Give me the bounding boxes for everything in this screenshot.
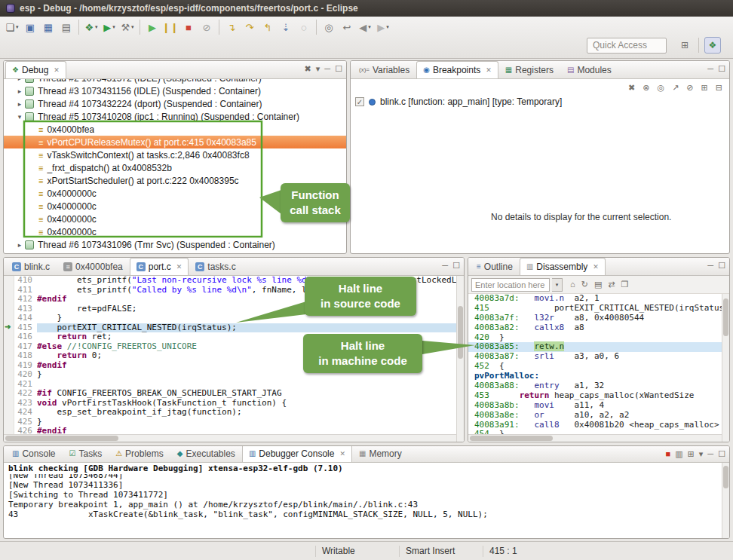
forward-button[interactable]: ▶▾ — [375, 19, 391, 35]
code-line[interactable]: 423void vPortFirstTaskHook(TaskFunction_… — [4, 399, 464, 409]
code-line[interactable]: 415 portEXIT_CRITICAL_NESTED(irqStatus); — [4, 323, 464, 333]
skip-all-breakpoints-button[interactable]: ⊘ — [685, 83, 694, 93]
remove-all-terminated-button[interactable]: ✖ — [305, 65, 311, 73]
minimize-button[interactable]: ─ — [707, 262, 713, 270]
stack-frame-row[interactable]: ≡xPortStartScheduler() at port.c:222 0x4… — [4, 174, 346, 187]
code-line[interactable]: 420} — [4, 370, 464, 380]
breakpoint-row[interactable]: ✓blink.c [function: app_main] [type: Tem… — [351, 96, 729, 108]
code-line[interactable]: 424 esp_set_breakpoint_if_jtag(function)… — [4, 408, 464, 418]
close-icon[interactable]: ✕ — [486, 66, 492, 74]
close-icon[interactable]: ✕ — [176, 263, 182, 271]
quick-access-input[interactable]: Quick Access — [587, 38, 667, 54]
run-button[interactable]: ▶▾ — [101, 19, 118, 35]
annotation-ruler[interactable] — [4, 276, 14, 436]
skip-all-breakpoints-button[interactable]: ◌ — [296, 19, 312, 35]
code-line[interactable]: 425} — [4, 418, 464, 427]
tab-modules[interactable]: ▤ Modules — [560, 61, 618, 78]
code-line[interactable]: 411 ets_printf("Called by %s line %d\n",… — [4, 286, 464, 295]
tab-disassembly[interactable]: ▥ Disassembly ✕ — [520, 258, 606, 275]
stack-frame-row[interactable]: ≡0x4000000c — [4, 200, 346, 213]
location-input[interactable]: Enter location here — [471, 278, 550, 292]
resume-button[interactable]: ▶ — [144, 19, 161, 35]
scrollbar-thumb[interactable] — [458, 306, 463, 359]
location-dropdown-button[interactable]: ▾ — [552, 278, 563, 292]
expander-closed-icon[interactable]: ▸ — [14, 87, 25, 95]
tab-debug[interactable]: ❖ Debug ✕ — [5, 61, 66, 78]
code-line[interactable]: 418 return 0; — [4, 351, 464, 361]
scrollbar-thumb[interactable] — [5, 436, 118, 441]
maximize-button[interactable]: ☐ — [718, 65, 725, 73]
close-icon[interactable]: ✕ — [339, 450, 345, 457]
show-source-button[interactable]: ▤ — [593, 280, 603, 289]
step-over-button[interactable]: ↷ — [241, 19, 258, 35]
terminate-button[interactable]: ■ — [180, 19, 197, 35]
code-line[interactable]: 419#endif — [4, 361, 464, 371]
stack-frame-row[interactable]: ≡0x4000000c — [4, 187, 346, 200]
disassembly-line[interactable]: 40083a82: callx8 a8 — [468, 323, 729, 333]
disassembly-vertical-scrollbar[interactable] — [722, 294, 729, 442]
code-line[interactable]: 422#if CONFIG_FREERTOS_BREAK_ON_SCHEDULE… — [4, 389, 464, 399]
code-line[interactable]: 410 ets_printf("Last non-recursive lock … — [4, 276, 464, 286]
save-all-button[interactable]: ▦ — [40, 19, 57, 35]
tab-outline[interactable]: ≡ Outline — [470, 258, 520, 275]
close-icon[interactable]: ✕ — [54, 66, 60, 74]
last-edit-location-button[interactable]: ↩ — [339, 19, 355, 35]
editor-tab-port-c[interactable]: C port.c ✕ — [130, 258, 189, 275]
minimize-button[interactable]: ─ — [707, 450, 713, 458]
debug-thread-row[interactable]: ▸Thread #4 1073432224 (dport) (Suspended… — [4, 97, 346, 110]
disconnect-button[interactable]: ⊘ — [198, 19, 215, 35]
debug-thread-row[interactable]: ▾Thread #5 1073410208 (ipc1 : Running) (… — [4, 110, 346, 123]
disassembly-horizontal-scrollbar[interactable] — [468, 434, 722, 442]
minimize-button[interactable]: ─ — [442, 262, 448, 270]
tab-memory[interactable]: ▦ Memory — [352, 445, 409, 462]
editor-body[interactable]: ➜ 410 ets_printf("Last non-recursive loc… — [4, 276, 464, 436]
scrollbar-thumb[interactable] — [470, 436, 553, 441]
instruction-stepping-button[interactable]: ⇣ — [278, 19, 294, 35]
open-perspective-button[interactable]: ⊞ — [676, 37, 693, 54]
open-new-view-button[interactable]: ❐ — [621, 280, 630, 289]
editor-tab-tasks-c[interactable]: C tasks.c — [189, 258, 242, 275]
remove-selected-breakpoints-button[interactable]: ✖ — [627, 83, 636, 93]
tab-executables[interactable]: ◆ Executables — [170, 445, 242, 462]
show-breakpoints-for-selection-button[interactable]: ◎ — [657, 83, 666, 93]
external-tools-button[interactable]: ⚒▾ — [119, 19, 136, 35]
refresh-view-button[interactable]: ↻ — [581, 280, 589, 289]
search-button[interactable]: ◎ — [320, 19, 337, 35]
console-vertical-scrollbar[interactable] — [722, 463, 729, 538]
tab-tasks[interactable]: ☑ Tasks — [62, 445, 109, 462]
expander-closed-icon[interactable]: ▸ — [14, 241, 25, 249]
maximize-button[interactable]: ☐ — [452, 262, 460, 270]
tab-variables[interactable]: (x)= Variables — [352, 61, 416, 78]
minimize-button[interactable]: ─ — [324, 65, 330, 73]
console-output[interactable]: [New Thread 1073468744][New Thread 10734… — [4, 474, 729, 539]
step-into-button[interactable]: ↴ — [223, 19, 240, 35]
stack-frame-row[interactable]: ≡0x4000000c — [4, 213, 346, 225]
sync-with-debug-button[interactable]: ⇄ — [607, 280, 615, 289]
stack-frame-row[interactable]: ≡_frxt_dispatch() at 0x4008532b — [4, 161, 346, 174]
code-line[interactable]: 413 ret=pdFALSE; — [4, 304, 464, 314]
stack-frame-row[interactable]: ≡0x4000000c — [4, 225, 346, 238]
debug-thread-row[interactable]: ▸Thread #3 1073431156 (IDLE) (Suspended … — [4, 84, 346, 97]
open-console-button[interactable]: ⊞ — [688, 450, 695, 458]
expand-all-button[interactable]: ⊞ — [701, 83, 709, 93]
remove-all-breakpoints-button[interactable]: ⊗ — [642, 83, 650, 93]
new-button[interactable]: ❏▾ — [4, 19, 20, 35]
editor-horizontal-scrollbar[interactable] — [4, 434, 456, 442]
suspend-button[interactable]: ❙❙ — [162, 19, 179, 35]
stack-frame-row[interactable]: ≡vTaskSwitchContext() at tasks.c:2,846 0… — [4, 148, 346, 161]
tab-problems[interactable]: ⚠ Problems — [109, 445, 170, 462]
scrollbar-thumb[interactable] — [723, 466, 728, 488]
code-line[interactable]: 412#endif — [4, 295, 464, 304]
scrollbar-thumb[interactable] — [723, 298, 728, 336]
disassembly-line[interactable]: 40083a87: srli a3, a0, 6 — [468, 352, 729, 362]
view-menu-button[interactable]: ▾ — [699, 450, 704, 458]
display-selected-console-button[interactable]: ▥ — [675, 450, 682, 458]
minimize-button[interactable]: ─ — [707, 65, 713, 73]
expander-closed-icon[interactable]: ▸ — [14, 100, 25, 108]
breakpoint-checkbox[interactable]: ✓ — [355, 97, 364, 106]
code-line[interactable]: 414 } — [4, 314, 464, 323]
step-return-button[interactable]: ↰ — [259, 19, 276, 35]
editor-tab-blink-c[interactable]: C blink.c — [5, 258, 57, 275]
go-to-file-for-breakpoint-button[interactable]: ↗ — [671, 83, 679, 93]
save-button[interactable]: ▣ — [22, 19, 38, 35]
